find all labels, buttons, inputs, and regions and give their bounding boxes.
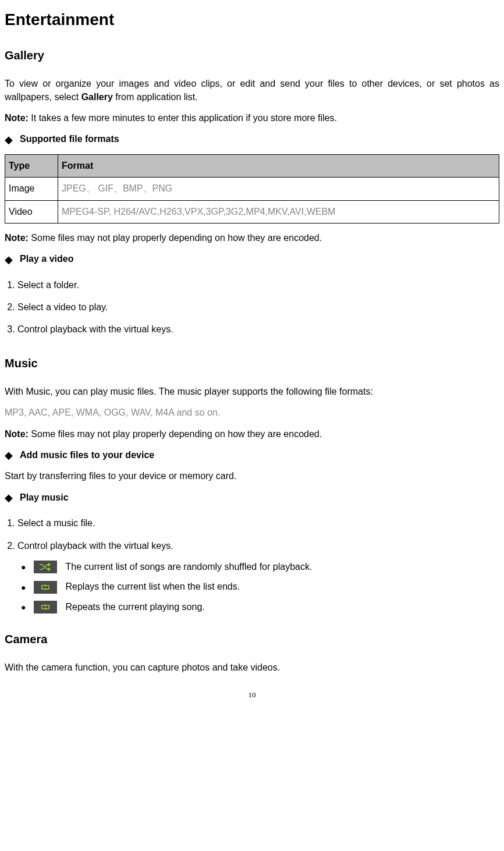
diamond-bullet-icon: ◆ [5,450,13,460]
text: The current list of songs are randomly s… [65,561,312,573]
note-label: Note: [5,429,29,439]
playback-icons-list: ● The current list of songs are randomly… [21,557,499,617]
table-row: Video MPEG4-SP, H264/AVC,H263,VPX,3GP,3G… [5,200,499,223]
table-row: Image JPEG、 GIF、BMP、PNG [5,178,499,200]
gallery-heading: Gallery [5,47,499,63]
note-text: It takes a few more minutes to enter thi… [29,113,337,123]
music-intro: With Music, you can play music files. Th… [5,385,499,398]
supported-formats-heading: ◆ Supported file formats [5,133,499,146]
note-label: Note: [5,113,29,123]
repeat-list-icon [34,581,57,594]
shuffle-icon [34,561,57,573]
music-note: Note: Some files may not play properly d… [5,428,499,441]
bullet-icon: ● [21,583,26,591]
list-item: ● The current list of songs are randomly… [21,557,499,577]
td-format: MPEG4-SP, H264/AVC,H263,VPX,3GP,3G2,MP4,… [58,200,499,223]
text: To view or organize your images and vide… [5,79,499,101]
text: Repeats the current playing song. [65,601,204,614]
play-video-heading: ◆ Play a video [5,253,499,265]
th-format: Format [58,154,499,177]
label: Supported file formats [20,133,119,146]
text: from application list. [113,92,198,102]
list-item: Select a video to play. [17,296,499,318]
diamond-bullet-icon: ◆ [5,492,13,503]
music-heading: Music [5,355,499,371]
formats-table: Type Format Image JPEG、 GIF、BMP、PNG Vide… [5,154,499,224]
bullet-icon: ● [21,563,26,571]
gallery-bold: Gallery [81,92,113,102]
diamond-bullet-icon: ◆ [5,254,13,265]
camera-heading: Camera [5,631,499,647]
gallery-note-1: Note: It takes a few more minutes to ent… [5,112,499,125]
note-text: Some files may not play properly dependi… [29,233,322,243]
page-number: 10 [5,690,499,700]
note-text: Some files may not play properly dependi… [29,429,322,439]
list-item: Select a music file. [17,512,499,534]
play-music-heading: ◆ Play music [5,491,499,504]
add-files-text: Start by transferring files to your devi… [5,470,499,483]
label: Add music files to your device [20,449,154,462]
diamond-bullet-icon: ◆ [5,134,13,145]
table-header-row: Type Format [5,154,499,177]
play-music-steps: Select a music file. Control playback wi… [5,512,499,557]
list-item: Control playback with the virtual keys. [17,535,499,557]
td-type: Image [5,178,58,200]
text: Replays the current list when the list e… [65,580,240,593]
label: Play music [20,491,69,504]
play-video-steps: Select a folder. Select a video to play.… [5,274,499,341]
td-format: JPEG、 GIF、BMP、PNG [58,178,499,200]
list-item: Select a folder. [17,274,499,296]
list-item: ● 1 Repeats the current playing song. [21,597,499,617]
td-type: Video [5,200,58,223]
repeat-one-icon: 1 [34,601,57,614]
bullet-icon: ● [21,603,26,611]
gallery-intro: To view or organize your images and vide… [5,77,499,104]
gallery-note-2: Note: Some files may not play properly d… [5,232,499,244]
add-files-heading: ◆ Add music files to your device [5,449,499,462]
note-label: Note: [5,233,29,243]
camera-intro: With the camera function, you can captur… [5,661,499,674]
th-type: Type [5,154,58,177]
list-item: Control playback with the virtual keys. [17,318,499,341]
label: Play a video [20,253,74,265]
list-item: ● Replays the current list when the list… [21,577,499,597]
page-title: Entertainment [5,8,499,31]
music-formats: MP3, AAC, APE, WMA, OGG, WAV, M4A and so… [5,406,499,419]
